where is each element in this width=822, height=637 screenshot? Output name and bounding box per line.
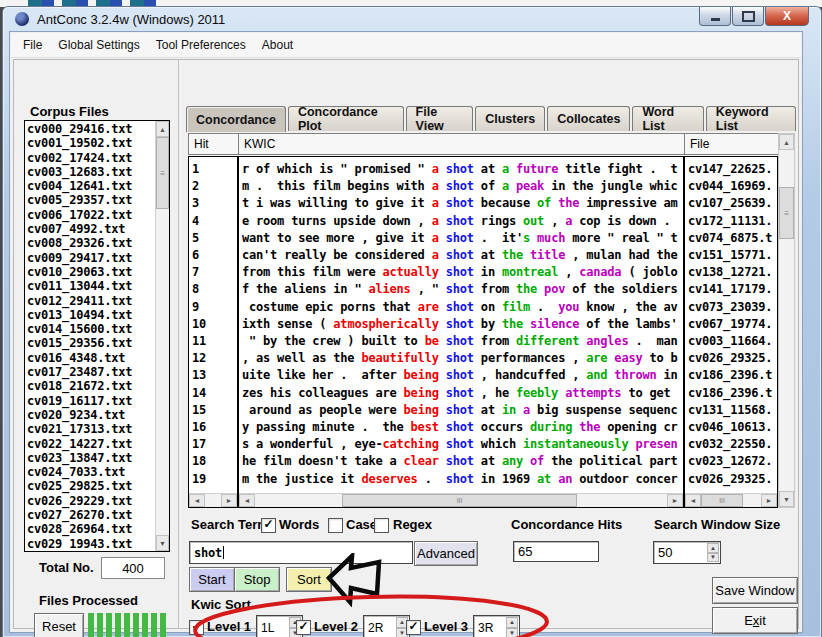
file-cell[interactable]: cv067_19774.	[688, 316, 777, 333]
file-cell[interactable]: cv186_2396.t	[688, 385, 777, 402]
kwic-row[interactable]: zes his colleagues are being shot , he f…	[242, 385, 683, 402]
file-cell[interactable]: cv151_15771.	[688, 247, 777, 264]
hit-cell[interactable]: 19	[192, 471, 237, 488]
file-cell[interactable]: cv026_29325.	[688, 350, 777, 367]
kwic-row[interactable]: r of which is " promised " a shot at a f…	[242, 161, 683, 178]
spin-down-icon[interactable]: ▼	[707, 553, 719, 563]
checkbox-regex[interactable]	[374, 518, 389, 533]
scroll-left-icon[interactable]: ◄	[685, 494, 701, 507]
spin-down-icon[interactable]: ▼	[506, 628, 518, 637]
corpus-file-item[interactable]: cv026_29229.txt	[27, 494, 155, 508]
file-cell[interactable]: cv044_16969.	[688, 178, 777, 195]
tab-file-view[interactable]: File View	[406, 106, 474, 131]
hit-cell[interactable]: 3	[192, 195, 237, 212]
tab-concordance[interactable]: Concordance	[186, 106, 286, 132]
hit-cell[interactable]: 1	[192, 161, 237, 178]
scroll-down-icon[interactable]: ▼	[779, 491, 794, 507]
scroll-right-icon[interactable]: ►	[667, 494, 683, 507]
spin-up-icon[interactable]: ▲	[707, 543, 719, 553]
results-vscrollbar[interactable]: ▲ ≡ ▼	[778, 133, 795, 508]
kwic-hscrollbar[interactable]: ◄ lll ►	[239, 493, 683, 507]
file-cell[interactable]: cv026_29325.	[688, 471, 777, 488]
kwic-row[interactable]: want to see more , give it a shot . it's…	[242, 230, 683, 247]
corpus-file-item[interactable]: cv002_17424.txt	[27, 151, 155, 165]
hit-hscrollbar[interactable]: ◄ ►	[189, 493, 237, 507]
file-cell[interactable]: cv073_23039.	[688, 299, 777, 316]
kwic-scroll-thumb[interactable]: lll	[342, 494, 577, 507]
tab-word-list[interactable]: Word List	[632, 106, 703, 131]
hit-cell[interactable]: 9	[192, 299, 237, 316]
corpus-file-item[interactable]: cv018_21672.txt	[27, 379, 155, 393]
kwic-row[interactable]: uite like her . after being shot , handc…	[242, 367, 683, 384]
hit-cell[interactable]: 8	[192, 281, 237, 298]
hit-cell[interactable]: 11	[192, 333, 237, 350]
hit-cell[interactable]: 16	[192, 419, 237, 436]
kwic-row[interactable]: m the justice it deserves . shot in 1969…	[242, 471, 683, 488]
corpus-file-item[interactable]: cv000_29416.txt	[27, 122, 155, 136]
hit-cell[interactable]: 6	[192, 247, 237, 264]
corpus-file-item[interactable]: cv021_17313.txt	[27, 422, 155, 436]
start-button[interactable]: Start	[189, 567, 235, 592]
kwic-row[interactable]: f the aliens in " aliens , " shot from t…	[242, 281, 683, 298]
checkbox-case[interactable]	[328, 518, 343, 533]
corpus-file-item[interactable]: cv012_29411.txt	[27, 294, 155, 308]
scroll-up-icon[interactable]: ▲	[156, 121, 169, 137]
kwic-row[interactable]: can't really be considered a shot at the…	[242, 247, 683, 264]
file-hscrollbar[interactable]: ◄ lll ►	[685, 493, 777, 507]
file-cell[interactable]: cv023_12672.	[688, 453, 777, 470]
scroll-left-icon[interactable]: ◄	[239, 494, 255, 507]
corpus-file-item[interactable]: cv006_17022.txt	[27, 208, 155, 222]
hit-cell[interactable]: 15	[192, 402, 237, 419]
corpus-scroll-thumb[interactable]: ≡	[156, 137, 169, 209]
hit-cell[interactable]: 13	[192, 367, 237, 384]
corpus-file-item[interactable]: cv022_14227.txt	[27, 437, 155, 451]
checkbox-level-1[interactable]: ✓	[189, 620, 204, 635]
search-window-size-spinner[interactable]: 50 ▲▼	[653, 541, 721, 564]
corpus-file-item[interactable]: cv003_12683.txt	[27, 165, 155, 179]
kwic-row[interactable]: around as people were being shot at in a…	[242, 402, 683, 419]
hit-cell[interactable]: 5	[192, 230, 237, 247]
corpus-file-item[interactable]: cv029_19943.txt	[27, 537, 155, 550]
hit-cell[interactable]: 12	[192, 350, 237, 367]
file-scroll-thumb[interactable]: lll	[701, 494, 743, 507]
corpus-file-item[interactable]: cv016_4348.txt	[27, 351, 155, 365]
corpus-file-item[interactable]: cv009_29417.txt	[27, 251, 155, 265]
kwic-row[interactable]: , as well as the beautifully shot perfor…	[242, 350, 683, 367]
checkbox-level-3[interactable]: ✓	[406, 620, 421, 635]
hit-cell[interactable]: 10	[192, 316, 237, 333]
corpus-file-item[interactable]: cv028_26964.txt	[27, 522, 155, 536]
corpus-file-item[interactable]: cv025_29825.txt	[27, 479, 155, 493]
corpus-file-item[interactable]: cv010_29063.txt	[27, 265, 155, 279]
hit-cell[interactable]: 17	[192, 436, 237, 453]
exit-button[interactable]: Exit	[712, 607, 798, 634]
hit-cell[interactable]: 2	[192, 178, 237, 195]
corpus-file-item[interactable]: cv011_13044.txt	[27, 279, 155, 293]
minimize-button[interactable]	[699, 7, 731, 26]
kwic-row[interactable]: s a wonderful , eye-catching shot which …	[242, 436, 683, 453]
scroll-up-icon[interactable]: ▲	[779, 134, 794, 150]
scroll-down-icon[interactable]: ▼	[156, 535, 169, 551]
corpus-file-item[interactable]: cv014_15600.txt	[27, 322, 155, 336]
scroll-right-icon[interactable]: ►	[761, 494, 777, 507]
file-cell[interactable]: cv138_12721.	[688, 264, 777, 281]
file-cell[interactable]: cv032_22550.	[688, 436, 777, 453]
results-scroll-thumb[interactable]: ≡	[779, 187, 794, 239]
file-cell[interactable]: cv141_17179.	[688, 281, 777, 298]
file-cell[interactable]: cv046_10613.	[688, 419, 777, 436]
search-input[interactable]: shot	[189, 541, 413, 564]
hit-cell[interactable]: 4	[192, 213, 237, 230]
hit-cell[interactable]: 14	[192, 385, 237, 402]
tab-clusters[interactable]: Clusters	[475, 106, 545, 131]
kwic-row[interactable]: ixth sense ( atmospherically shot by the…	[242, 316, 683, 333]
kwic-row[interactable]: e room turns upside down , a shot rings …	[242, 213, 683, 230]
close-button[interactable]: X	[765, 7, 809, 26]
tab-keyword-list[interactable]: Keyword List	[706, 106, 796, 131]
maximize-button[interactable]	[732, 7, 764, 26]
spin-up-icon[interactable]: ▲	[506, 617, 518, 628]
corpus-file-item[interactable]: cv008_29326.txt	[27, 236, 155, 250]
menu-about[interactable]: About	[254, 35, 301, 55]
file-cell[interactable]: cv107_25639.	[688, 195, 777, 212]
advanced-button[interactable]: Advanced	[414, 541, 478, 566]
kwic-row[interactable]: from this film were actually shot in mon…	[242, 264, 683, 281]
file-cell[interactable]: cv186_2396.t	[688, 367, 777, 384]
